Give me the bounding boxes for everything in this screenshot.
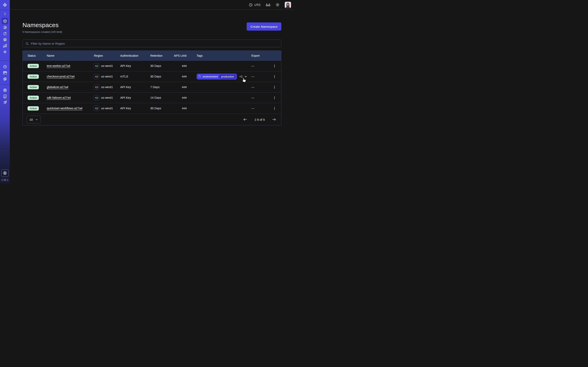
clock-icon [249,3,253,7]
col-header-menu [268,51,281,60]
dollar-badge-icon [3,171,7,175]
row-menu-button[interactable] [272,95,277,100]
status-badge: Active [27,96,39,100]
sidebar-item-timer[interactable] [2,30,8,36]
authentication-value: API Key [120,82,150,92]
aps-limit-value: 400 [174,82,197,92]
kebab-icon [273,75,276,78]
filter-input[interactable] [31,42,279,45]
row-menu-button[interactable] [272,74,277,79]
rocket-icon [3,100,7,105]
region-label: us-west1 [101,107,113,110]
timezone-selector[interactable]: UTC [249,3,261,7]
chevron-down-icon [35,118,38,121]
kebab-icon [273,96,276,100]
row-menu-button[interactable] [272,85,277,90]
temporal-logo-icon [0,0,10,10]
create-namespace-button[interactable]: Create Namespace [247,22,281,31]
region-label: us-west1 [101,75,113,78]
sidebar-item-support[interactable] [2,87,8,93]
namespaces-table: Status Name Region Authentication Retent… [22,50,281,125]
col-header-authentication: Authentication [120,51,150,60]
credit-card-icon [3,71,7,75]
page-subtitle: 5 Namespaces created (100 limit) [22,30,62,33]
next-page-button[interactable] [272,117,276,122]
sidebar-item-billing[interactable] [2,70,8,76]
gcp-cloud-icon [94,74,99,79]
user-menu-button[interactable] [285,2,291,8]
timezone-label: UTC [254,3,261,7]
namespace-table-body: Active test-worker.a27a4 us-west1 API Ke… [23,60,281,114]
export-value: — [251,107,254,110]
chevron-right-icon [3,12,7,16]
sidebar-item-getting-started[interactable] [2,99,8,105]
export-value: — [251,75,254,78]
namespace-link[interactable]: sdk-failover.a27a4 [47,96,71,99]
gcp-cloud-icon [94,106,99,111]
layers-icon [3,38,7,42]
sidebar-item-asterisk[interactable] [2,49,8,55]
retention-value: 30 Days [150,60,174,71]
gcp-cloud-icon [94,63,99,68]
row-menu-button[interactable] [272,63,277,68]
authentication-value: API Key [120,92,150,103]
tag-key: environment [203,75,218,78]
table-row[interactable]: Active globalizer.a27a4 us-west1 API Key… [23,82,281,92]
cube-icon [3,19,7,23]
namespace-link[interactable]: globalizer.a27a4 [47,85,68,89]
app-version: 2.35.1 [1,179,8,182]
authentication-value: API Key [120,103,150,114]
tag-chip[interactable]: environment production [197,74,237,80]
row-menu-button[interactable] [272,106,277,111]
previous-page-button[interactable] [243,117,247,122]
table-row[interactable]: Active quickstart-workflows.a27a4 us-wes… [23,103,281,114]
theme-toggle-button[interactable] [276,3,280,7]
sidebar-item-usage[interactable] [2,64,8,70]
col-header-tags: Tags [197,51,251,60]
arrow-left-icon [243,117,247,122]
table-row[interactable]: Active sdk-failover.a27a4 us-west1 API K… [23,92,281,103]
region-label: us-west1 [101,64,113,67]
retention-value: 14 Days [150,92,174,103]
page-size-select[interactable]: 10 [26,116,41,123]
col-header-export: Export [251,51,268,60]
tags-more-count: +1 [239,75,242,78]
arrow-right-icon [272,117,276,122]
sidebar-expand-button[interactable] [2,11,8,17]
gcp-cloud-icon [94,84,99,90]
expand-tags-button[interactable] [244,75,247,78]
sidebar-item-branch[interactable] [2,43,8,49]
book-sparkles-icon [3,94,7,99]
authentication-value: mTLS [120,71,150,82]
tag-icon [199,75,201,78]
labs-toggle-button[interactable] [266,2,270,7]
authentication-value: API Key [120,60,150,71]
namespace-link[interactable]: test-worker.a27a4 [47,64,70,67]
topbar: UTC [10,0,294,10]
gauge-icon [3,65,7,69]
table-row[interactable]: Active checkout-prod.a27a4 us-west1 mTLS… [23,71,281,82]
sidebar-item-settings[interactable] [2,76,8,82]
chevron-down-icon [244,75,247,78]
sidebar-item-docs[interactable] [2,93,8,99]
col-header-status: Status [23,51,47,60]
table-row[interactable]: Active test-worker.a27a4 us-west1 API Ke… [23,60,281,71]
sidebar-item-layers[interactable] [2,36,8,43]
kebab-icon [273,85,276,89]
export-value: — [251,96,254,99]
aps-limit-value: 400 [174,60,197,71]
credits-badge[interactable] [1,169,9,177]
table-header-row: Status Name Region Authentication Retent… [23,51,281,60]
sidebar-divider [0,84,10,85]
aps-limit-value: 400 [174,92,197,103]
sidebar-item-iris[interactable] [2,24,8,30]
namespace-link[interactable]: quickstart-workflows.a27a4 [47,107,82,110]
pagination-range: 1-5 of 5 [254,118,265,121]
region-label: us-west1 [101,85,113,89]
retention-value: 30 Days [150,103,174,114]
sidebar-divider [0,60,10,61]
namespace-link[interactable]: checkout-prod.a27a4 [47,75,75,78]
region-label: us-west1 [101,96,113,99]
asterisk-icon [3,50,7,54]
sidebar-item-namespaces[interactable] [2,18,8,24]
